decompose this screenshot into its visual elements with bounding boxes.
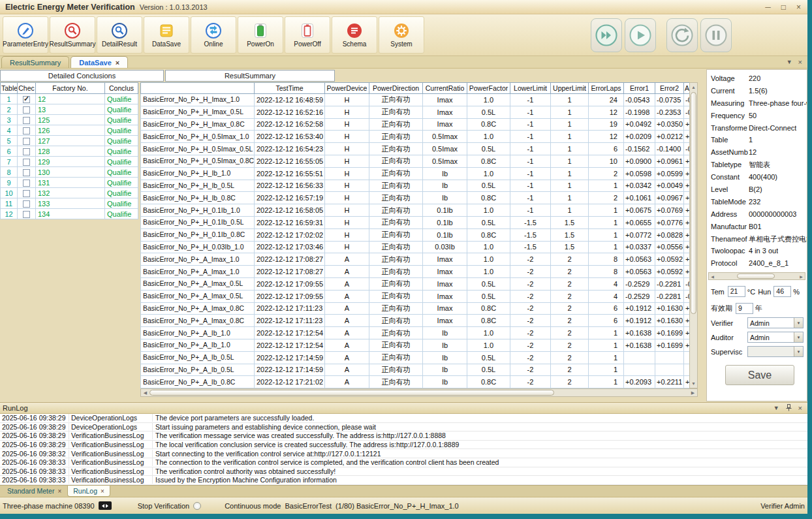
row-checkbox[interactable] — [23, 138, 30, 145]
result-row[interactable]: BasicError_No_P+_A_Imax_1.0 2022-12-12 1… — [141, 266, 690, 278]
conclusion-row[interactable]: 12 134 Qualifie — [1, 209, 138, 219]
column-header-table[interactable]: Table — [1, 83, 18, 94]
property-row[interactable]: Constant 400(400) — [707, 171, 807, 183]
result-row[interactable]: BasicError_No_P+_A_Ib_0.8C 2022-12-12 17… — [141, 376, 690, 388]
scroll-right-icon[interactable]: ▶ — [798, 274, 805, 279]
column-header-factory-no[interactable]: Factory No. — [36, 83, 105, 94]
row-checkbox[interactable] — [23, 159, 30, 166]
validity-input[interactable]: 9 — [736, 303, 753, 314]
pause-button[interactable] — [700, 18, 732, 52]
conclusion-row[interactable]: 5 127 Qualifie — [1, 136, 138, 146]
result-row[interactable]: BasicError_No_P+_H_0.5Imax_1.0 2022-12-1… — [141, 131, 690, 143]
property-row[interactable]: Frequency 50 — [707, 110, 807, 122]
result-row[interactable]: BasicError_No_P+_H_0.1Ib_0.8C 2022-12-12… — [141, 228, 690, 241]
chevron-down-icon[interactable]: ▼ — [787, 59, 792, 65]
row-checkbox[interactable] — [23, 96, 30, 103]
result-row[interactable]: BasicError_No_P+_A_Imax_0.8C 2022-12-12 … — [141, 315, 690, 327]
log-row[interactable]: 2025-06-16 09:38:33 VerificationBusiness… — [0, 467, 807, 477]
conclusion-row[interactable]: 8 130 Qualifie — [1, 167, 138, 178]
conclusion-row[interactable]: 4 126 Qualifie — [1, 125, 138, 136]
verifier-combobox[interactable]: Admin ▼ — [747, 317, 804, 328]
property-row[interactable]: Transforme Direct-Connect — [707, 122, 807, 134]
close-icon[interactable]: × — [798, 404, 802, 412]
vertical-scrollbar[interactable]: ▲ ▼ — [689, 82, 698, 388]
conclusion-row[interactable]: 9 131 Qualifie — [1, 178, 138, 188]
column-header-upperlimit[interactable]: UpperLimit — [551, 83, 589, 94]
result-row[interactable]: BasicError_No_P+_A_Imax_0.5L 2022-12-12 … — [141, 290, 690, 302]
online-button[interactable]: Online — [191, 16, 236, 54]
parameter-entry-button[interactable]: ParameterEntry — [3, 16, 48, 54]
property-row[interactable]: TableMode 232 — [707, 196, 807, 208]
properties-horizontal-scrollbar[interactable]: ◀ ▶ — [708, 272, 805, 280]
conclusion-row[interactable]: 10 132 Qualifie — [1, 188, 138, 198]
close-icon[interactable]: × — [798, 58, 802, 66]
horizontal-scrollbar[interactable]: ◀ ▶ — [140, 388, 698, 397]
column-header-conclusion[interactable]: Conclus — [105, 83, 138, 94]
chevron-down-icon[interactable]: ▼ — [794, 347, 803, 356]
row-checkbox[interactable] — [23, 211, 30, 218]
chevron-down-icon[interactable]: ▼ — [773, 405, 779, 411]
scroll-up-icon[interactable]: ▲ — [690, 83, 697, 91]
fast-forward-button[interactable] — [591, 18, 622, 52]
panel-tab-result-summary[interactable]: ResultSummary — [165, 70, 335, 82]
detail-result-button[interactable]: DetailResult — [97, 16, 142, 54]
property-row[interactable]: Manufactur B01 — [707, 221, 807, 233]
temperature-input[interactable]: 21 — [728, 286, 745, 297]
scroll-left-icon[interactable]: ◀ — [709, 274, 716, 279]
conclusion-row[interactable]: 6 128 Qualifie — [1, 146, 138, 157]
property-row[interactable]: Tabletype 智能表 — [707, 159, 807, 171]
refresh-button[interactable] — [666, 18, 698, 52]
row-checkbox[interactable] — [23, 127, 30, 134]
result-row[interactable]: BasicError_No_P+_A_Imax_0.8C 2022-12-12 … — [141, 302, 690, 315]
result-row[interactable]: BasicError_No_P+_A_Imax_0.5L 2022-12-12 … — [141, 277, 690, 290]
result-row[interactable]: BasicError_No_P+_A_Ib_0.5L 2022-12-12 17… — [141, 351, 690, 364]
play-button[interactable] — [625, 18, 656, 52]
result-row[interactable]: BasicError_No_P+_H_0.1Ib_1.0 2022-12-12 … — [141, 204, 690, 217]
power-off-button[interactable]: PowerOff — [285, 16, 330, 54]
log-row[interactable]: 2025-06-16 09:38:32 VerificationBusiness… — [0, 449, 807, 458]
conclusion-row[interactable]: 11 133 Qualifie — [1, 198, 138, 209]
tab-close-icon[interactable]: × — [101, 488, 104, 495]
scroll-down-icon[interactable]: ▼ — [690, 379, 697, 388]
conclusion-row[interactable]: 2 13 Qualifie — [1, 104, 138, 115]
chevron-down-icon[interactable]: ▼ — [794, 318, 803, 328]
property-row[interactable]: Current 1.5(6) — [707, 85, 807, 97]
tab-close-icon[interactable]: × — [116, 59, 119, 67]
auditor-combobox[interactable]: Admin ▼ — [747, 332, 804, 343]
log-row[interactable]: 2025-06-16 09:38:29 DeviceOperationLogs … — [0, 414, 807, 423]
row-checkbox[interactable] — [23, 148, 30, 155]
column-header-error1[interactable]: Error1 — [624, 83, 655, 94]
row-checkbox[interactable] — [23, 180, 30, 187]
property-row[interactable]: Measuring Three-phase four-w — [707, 97, 807, 110]
scroll-right-icon[interactable]: ▶ — [689, 390, 697, 396]
property-row[interactable]: Voltage 220 — [707, 72, 807, 85]
result-row[interactable]: BasicError_No_P+_H_Imax_0.8C 2022-12-12 … — [141, 118, 690, 131]
minimize-icon[interactable]: ─ — [765, 3, 771, 12]
result-row[interactable]: BasicError_No_P+_H_Ib_0.5L 2022-12-12 16… — [141, 180, 690, 192]
result-row[interactable]: BasicError_No_P+_A_Ib_1.0 2022-12-12 17:… — [141, 339, 690, 351]
save-button[interactable]: Save — [725, 365, 794, 385]
tab-standard-meter[interactable]: Standard Meter × — [1, 486, 67, 497]
supervisor-combobox[interactable]: ▼ — [747, 346, 804, 357]
property-row[interactable]: Table 1 — [707, 134, 807, 146]
device-toggle-icon[interactable] — [99, 501, 112, 510]
row-checkbox[interactable] — [23, 200, 30, 208]
scroll-left-icon[interactable]: ◀ — [141, 390, 149, 396]
column-header-currentratio[interactable]: CurrentRatio — [423, 83, 467, 94]
column-header-error2[interactable]: Error2 — [655, 83, 684, 94]
property-row[interactable]: Protocol 2400_e_8_1 — [707, 257, 807, 270]
property-row[interactable]: AssetNumb 12 — [707, 146, 807, 159]
log-row[interactable]: 2025-06-16 09:38:33 VerificationBusiness… — [0, 476, 807, 485]
result-row[interactable]: BasicError_No_P+_A_Ib_1.0 2022-12-12 17:… — [141, 327, 690, 339]
scrollbar-thumb[interactable] — [737, 274, 775, 279]
column-header-lowerlimit[interactable]: LowerLimit — [510, 83, 551, 94]
column-header-check[interactable]: Chec — [18, 83, 36, 94]
result-row[interactable]: BasicError_No_P+_H_Imax_1.0 2022-12-12 1… — [141, 94, 690, 106]
data-save-button[interactable]: DataSave — [144, 16, 189, 54]
row-checkbox[interactable] — [23, 190, 30, 197]
result-row[interactable]: BasicError_No_P+_H_Ib_1.0 2022-12-12 16:… — [141, 167, 690, 180]
pin-icon[interactable] — [786, 404, 792, 413]
maximize-icon[interactable]: □ — [781, 3, 786, 12]
close-icon[interactable]: × — [796, 3, 801, 12]
result-summary-button[interactable]: ResultSummary — [50, 16, 95, 54]
